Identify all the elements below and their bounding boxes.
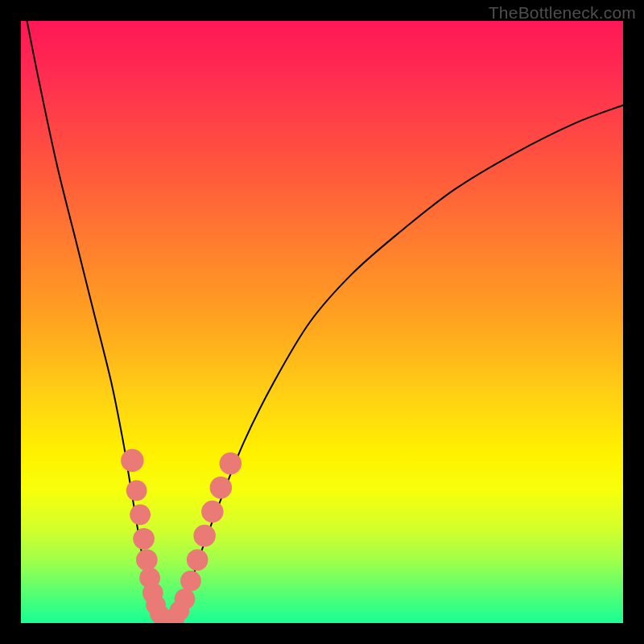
plot-area <box>21 21 623 623</box>
highlight-point <box>130 504 151 525</box>
highlight-point <box>180 571 201 592</box>
chart-svg <box>21 21 623 623</box>
highlight-point <box>133 528 155 550</box>
watermark-text: TheBottleneck.com <box>489 3 636 23</box>
bottleneck-curve <box>27 21 623 623</box>
highlight-point <box>175 588 196 609</box>
highlight-markers <box>121 449 242 623</box>
highlight-point <box>187 549 208 571</box>
highlight-point <box>210 477 233 499</box>
highlight-point <box>126 481 147 502</box>
highlight-point <box>136 549 158 571</box>
highlight-point <box>121 449 143 472</box>
highlight-point <box>220 452 242 475</box>
highlight-point <box>201 501 224 523</box>
chart-frame: TheBottleneck.com <box>0 0 644 644</box>
highlight-point <box>193 525 216 547</box>
